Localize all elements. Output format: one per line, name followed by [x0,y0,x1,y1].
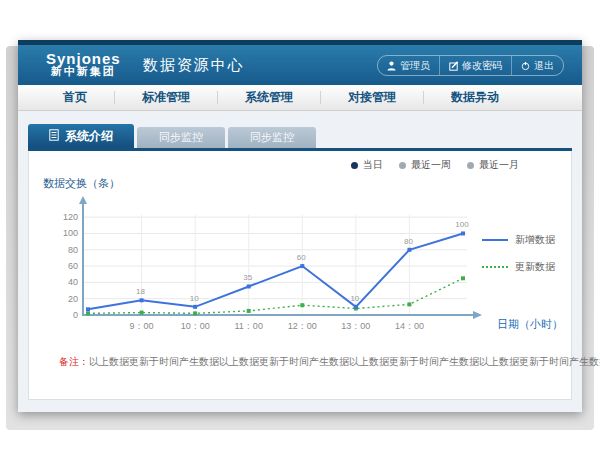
filter-today-label: 当日 [363,158,383,172]
app-window: Synjones 新中新集团 数据资源中心 管理员 修改密码 退出 [18,40,582,412]
time-range-filters: 当日 最近一周 最近一月 [351,158,519,172]
svg-text:12：00: 12：00 [288,321,317,331]
legend-updated-data-label: 更新数据 [515,260,555,274]
filter-last-week-label: 最近一周 [411,158,451,172]
user-menu-admin[interactable]: 管理员 [378,56,439,75]
y-axis-label: 数据交换（条） [43,176,120,191]
user-icon [387,61,396,71]
nav-item-data-change[interactable]: 数据异动 [424,91,526,104]
brand-name: Synjones [46,52,121,65]
svg-text:18: 18 [136,287,145,296]
nav-item-interface-mgmt[interactable]: 对接管理 [321,91,424,104]
content-area: 系统介绍 同步监控 同步监控 当日 最近一周 [18,111,582,412]
svg-text:80: 80 [404,237,413,246]
radio-dot-icon [467,162,474,169]
footnote: 备注：以上数据更新于时间产生数据以上数据更新于时间产生数据以上数据更新于时间产生… [59,355,600,369]
user-menu: 管理员 修改密码 退出 [377,55,564,76]
filter-last-month-label: 最近一月 [479,158,519,172]
nav-item-standard-mgmt[interactable]: 标准管理 [115,91,218,104]
svg-text:35: 35 [243,273,252,282]
document-icon [49,129,59,144]
svg-text:10: 10 [350,294,359,303]
svg-text:10: 10 [190,294,199,303]
radio-dot-icon [351,162,358,169]
chart-panel: 当日 最近一周 最近一月 数据交换（条） 0204060801001209：00… [28,151,572,400]
tab-system-intro-label: 系统介绍 [65,128,113,145]
user-menu-logout-label: 退出 [534,59,554,73]
brand-logo: Synjones 新中新集团 [46,52,121,78]
svg-text:120: 120 [63,212,78,222]
legend-item-updated-data[interactable]: 更新数据 [482,260,555,274]
svg-text:60: 60 [297,253,306,262]
svg-text:9：00: 9：00 [130,321,154,331]
svg-text:10：00: 10：00 [181,321,210,331]
svg-text:40: 40 [68,277,78,287]
svg-text:20: 20 [68,294,78,304]
svg-text:100: 100 [455,220,469,229]
tab-sync-monitor-1-label: 同步监控 [159,130,203,145]
user-menu-change-password[interactable]: 修改密码 [439,56,511,75]
app-header: Synjones 新中新集团 数据资源中心 管理员 修改密码 退出 [18,45,582,85]
svg-text:0: 0 [73,310,78,320]
filter-last-month[interactable]: 最近一月 [467,158,519,172]
svg-text:80: 80 [68,245,78,255]
legend-new-data-label: 新增数据 [515,233,555,247]
chart-legend: 新增数据 更新数据 [482,233,555,274]
logout-icon [521,61,530,71]
user-menu-change-password-label: 修改密码 [462,59,502,73]
legend-line-solid-icon [482,239,508,241]
tab-system-intro[interactable]: 系统介绍 [28,124,134,148]
svg-text:60: 60 [68,261,78,271]
filter-today[interactable]: 当日 [351,158,383,172]
footnote-text: 以上数据更新于时间产生数据以上数据更新于时间产生数据以上数据更新于时间产生数据以… [89,356,600,367]
tab-sync-monitor-1[interactable]: 同步监控 [137,127,225,148]
edit-icon [449,61,458,71]
svg-text:13：00: 13：00 [341,321,370,331]
user-menu-admin-label: 管理员 [400,59,430,73]
legend-line-dotted-icon [482,266,508,268]
brand-company: 新中新集团 [46,65,121,78]
svg-text:14：00: 14：00 [395,321,424,331]
filter-last-week[interactable]: 最近一周 [399,158,451,172]
nav-item-system-mgmt[interactable]: 系统管理 [218,91,321,104]
user-menu-logout[interactable]: 退出 [511,56,563,75]
svg-text:100: 100 [63,228,78,238]
legend-item-new-data[interactable]: 新增数据 [482,233,555,247]
main-nav: 首页 标准管理 系统管理 对接管理 数据异动 [18,85,582,111]
x-axis-label: 日期（小时） [497,317,563,332]
page-title: 数据资源中心 [143,56,245,75]
tab-bar: 系统介绍 同步监控 同步监控 [28,124,572,148]
nav-item-home[interactable]: 首页 [36,91,115,104]
radio-dot-icon [399,162,406,169]
footnote-prefix: 备注： [59,356,89,367]
tab-sync-monitor-2-label: 同步监控 [250,130,294,145]
tab-sync-monitor-2[interactable]: 同步监控 [228,127,316,148]
svg-text:11：00: 11：00 [235,321,263,331]
line-chart: 0204060801001209：0010：0011：0012：0013：001… [43,195,493,335]
